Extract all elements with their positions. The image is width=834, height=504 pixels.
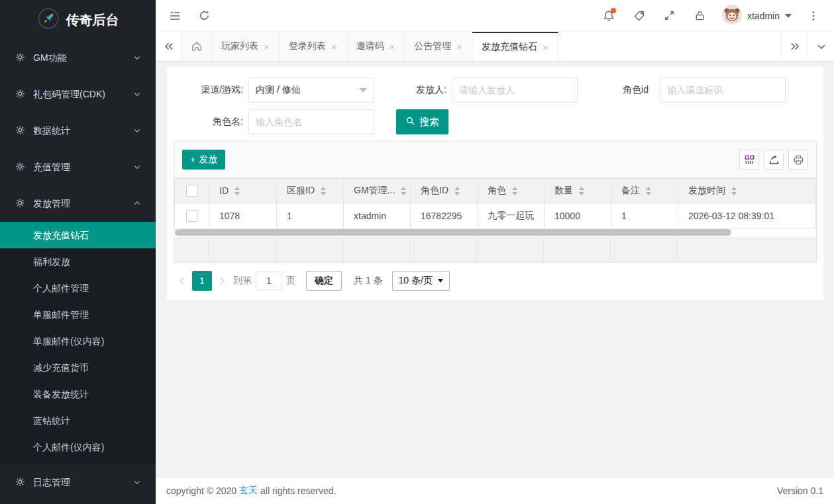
column-header: 角色 (488, 185, 506, 197)
column-header: 数量 (554, 185, 573, 197)
sidebar-subitem-personal-mail[interactable]: 个人邮件管理 (0, 275, 156, 301)
page-content: 渠道/游戏: 内测 / 修仙 发放人: 角色id 角色名: (156, 62, 834, 477)
content-card: 渠道/游戏: 内测 / 修仙 发放人: 角色id 角色名: (167, 67, 823, 300)
tab-player-list[interactable]: 玩家列表 × (212, 32, 280, 61)
tabs-scroll-left-icon[interactable] (156, 32, 182, 61)
sidebar-subitem-issue-diamond[interactable]: 发放充值钻石 (0, 222, 156, 248)
jump-page-input[interactable] (256, 272, 282, 290)
sidebar-subitem-diamond-stats[interactable]: 蓝钻统计 (0, 407, 156, 434)
user-menu[interactable]: xtadmin (719, 5, 794, 26)
search-icon (405, 116, 415, 128)
jump-suffix-label: 页 (286, 275, 295, 287)
fullscreen-icon[interactable] (658, 5, 681, 27)
sidebar-item-label: 充值管理 (33, 162, 133, 174)
roleid-input[interactable] (660, 77, 786, 103)
sidebar-item-stats[interactable]: 数据统计 (0, 113, 156, 149)
sort-icon[interactable] (579, 187, 584, 195)
sidebar-subitem-reduce-currency[interactable]: 减少充值货币 (0, 354, 156, 381)
gear-icon (15, 477, 25, 489)
refresh-icon[interactable] (193, 5, 215, 27)
top-header-bar: xtadmin (156, 0, 834, 32)
tab-invite-code[interactable]: 邀请码 × (347, 32, 405, 61)
column-header: ID (219, 185, 229, 196)
gear-icon (15, 162, 25, 174)
chevron-down-icon (785, 14, 792, 18)
horizontal-scrollbar[interactable] (174, 228, 816, 237)
sort-icon[interactable] (321, 187, 326, 195)
notifications-bell-icon[interactable] (598, 5, 620, 27)
lock-icon[interactable] (689, 5, 711, 27)
issue-button-label: 发放 (199, 154, 217, 166)
close-icon[interactable]: × (543, 42, 548, 52)
app-root: 传奇后台 GM功能 礼包码管理(CDK) 数据统计 充值管理 发放管理 (0, 0, 834, 504)
sidebar-item-logs[interactable]: 日志管理 (0, 464, 156, 501)
sidebar-item-label: 发放管理 (33, 198, 133, 210)
cell-remark: 1 (611, 203, 678, 228)
filter-columns-icon[interactable] (739, 150, 759, 170)
search-button[interactable]: 搜索 (396, 109, 448, 134)
sidebar-subitem-welfare[interactable]: 福利发放 (0, 248, 156, 275)
sort-icon[interactable] (646, 187, 651, 195)
tab-home[interactable] (182, 32, 212, 61)
rolename-label: 角色名: (174, 116, 248, 128)
issue-button[interactable]: + 发放 (182, 150, 225, 170)
topbar-left (164, 5, 215, 27)
app-title: 传奇后台 (66, 11, 119, 29)
export-icon[interactable] (764, 150, 784, 170)
close-icon[interactable]: × (264, 42, 270, 52)
close-icon[interactable]: × (390, 42, 395, 52)
sidebar-item-label: 日志管理 (33, 477, 133, 489)
table-tool-icons (739, 150, 808, 170)
confirm-jump-button[interactable]: 确定 (306, 271, 342, 291)
select-all-checkbox[interactable] (186, 185, 198, 197)
sidebar-item-recharge[interactable]: 充值管理 (0, 149, 156, 185)
gear-icon (15, 89, 25, 101)
sidebar-subitem-server-mail-content[interactable]: 单服邮件(仅内容) (0, 328, 156, 354)
username: xtadmin (747, 11, 780, 21)
search-form-row-1: 渠道/游戏: 内测 / 修仙 发放人: 角色id (174, 77, 817, 103)
footer: copyright © 2020 玄天 all rights reserved.… (156, 477, 834, 504)
brand-link[interactable]: 玄天 (239, 485, 258, 497)
collapse-sidebar-icon[interactable] (164, 5, 186, 27)
scrollbar-thumb[interactable] (175, 229, 731, 236)
tag-icon[interactable] (628, 5, 651, 27)
tab-login-list[interactable]: 登录列表 × (280, 32, 347, 61)
sidebar-item-cdk[interactable]: 礼包码管理(CDK) (0, 76, 156, 113)
cell-id: 1078 (209, 203, 277, 228)
more-options-icon[interactable] (802, 5, 825, 27)
close-icon[interactable]: × (331, 42, 337, 52)
row-checkbox[interactable] (186, 210, 198, 222)
sidebar-subitem-server-mail[interactable]: 单服邮件管理 (0, 301, 156, 328)
sidebar-subitem-personal-mail-content[interactable]: 个人邮件(仅内容) (0, 434, 156, 460)
sidebar-item-gm[interactable]: GM功能 (0, 40, 156, 76)
tab-issue-diamond-active[interactable]: 发放充值钻石 × (472, 32, 558, 61)
cell-gm-admin: xtadmin (344, 203, 411, 228)
channel-select[interactable]: 内测 / 修仙 (248, 77, 374, 103)
rolename-input[interactable] (248, 109, 374, 134)
table-toolbar: + 发放 (174, 142, 816, 178)
sidebar-item-issue[interactable]: 发放管理 (0, 185, 156, 222)
sort-icon[interactable] (731, 187, 737, 195)
page-size-select[interactable]: 10 条/页 (392, 271, 450, 291)
sort-icon[interactable] (401, 187, 406, 195)
issuer-input[interactable] (452, 77, 578, 103)
empty-table-row (174, 237, 816, 262)
sort-icon[interactable] (512, 187, 517, 195)
sidebar-subitem-equip-stats[interactable]: 装备发放统计 (0, 381, 156, 407)
sort-icon[interactable] (235, 187, 240, 195)
tab-label: 公告管理 (414, 40, 451, 52)
home-icon (191, 40, 203, 52)
page-number-current[interactable]: 1 (192, 271, 212, 291)
search-form-row-2: 角色名: 搜索 (174, 109, 817, 134)
pagination: 1 到第 页 确定 共 1 条 10 条/页 (174, 271, 817, 291)
tabs-scroll-right-icon[interactable] (781, 32, 808, 61)
close-icon[interactable]: × (456, 42, 462, 52)
print-icon[interactable] (788, 150, 808, 170)
copyright-prefix: copyright © 2020 (166, 485, 236, 496)
tab-announcement[interactable]: 公告管理 × (405, 32, 472, 61)
prev-page-icon[interactable] (175, 271, 189, 291)
next-page-icon[interactable] (215, 271, 229, 291)
notification-badge (611, 8, 616, 13)
sort-icon[interactable] (454, 187, 460, 195)
tabs-menu-icon[interactable] (808, 32, 834, 61)
